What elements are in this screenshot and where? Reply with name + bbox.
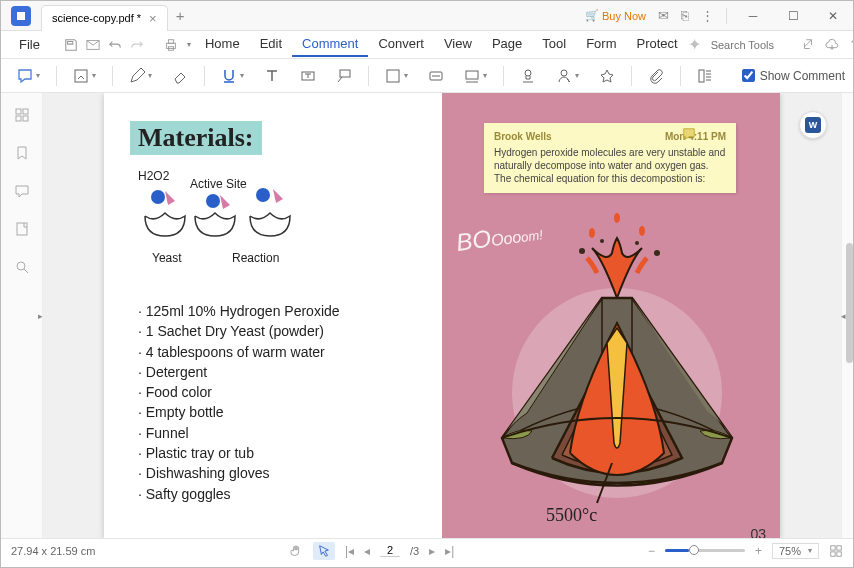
menu-tool[interactable]: Tool bbox=[532, 32, 576, 57]
material-item: 4 tablespoons of warm water bbox=[138, 342, 426, 362]
zoom-level-dropdown[interactable]: 75% ▾ bbox=[772, 543, 819, 559]
svg-rect-16 bbox=[23, 116, 28, 121]
svg-point-25 bbox=[639, 226, 645, 236]
svg-rect-15 bbox=[16, 116, 21, 121]
wand-icon[interactable]: ✦ bbox=[688, 35, 701, 54]
last-page-icon[interactable]: ▸| bbox=[445, 544, 454, 558]
svg-point-11 bbox=[561, 70, 567, 76]
underline-tool[interactable]: ▾ bbox=[213, 63, 252, 89]
mail-icon[interactable] bbox=[86, 38, 100, 52]
collapse-ribbon-icon[interactable]: ⌃ bbox=[849, 38, 854, 51]
svg-rect-13 bbox=[16, 109, 21, 114]
cloud-icon[interactable] bbox=[825, 38, 839, 52]
buy-now-link[interactable]: 🛒 Buy Now bbox=[585, 9, 646, 22]
stamp2-tool[interactable] bbox=[591, 63, 623, 89]
bookmarks-icon[interactable] bbox=[14, 145, 30, 161]
titlebar: science-copy.pdf * × + 🛒 Buy Now ✉ ⎘ ⋮ ─… bbox=[1, 1, 853, 31]
stamp-approved-tool[interactable] bbox=[420, 63, 452, 89]
print-dropdown-icon[interactable]: ▾ bbox=[187, 40, 191, 49]
sidebar-left: ▸ bbox=[1, 93, 43, 538]
material-item: 125ml 10% Hydrogen Peroxide bbox=[138, 301, 426, 321]
document-area[interactable]: W Materials: H2O2 Active Site Yeast Reac… bbox=[43, 93, 841, 538]
attachment-tool[interactable] bbox=[640, 63, 672, 89]
menu-form[interactable]: Form bbox=[576, 32, 626, 57]
search-side-icon[interactable] bbox=[14, 259, 30, 275]
undo-icon[interactable] bbox=[108, 38, 122, 52]
minimize-button[interactable]: ─ bbox=[739, 2, 767, 30]
new-tab-button[interactable]: + bbox=[176, 7, 185, 24]
svg-point-26 bbox=[579, 248, 585, 254]
separator bbox=[726, 8, 727, 24]
callout-tool[interactable] bbox=[328, 63, 360, 89]
note-author: Brook Wells bbox=[494, 131, 552, 142]
zoom-slider[interactable] bbox=[665, 549, 745, 552]
menu-page[interactable]: Page bbox=[482, 32, 532, 57]
svg-point-28 bbox=[600, 239, 604, 243]
first-page-icon[interactable]: |◂ bbox=[345, 544, 354, 558]
print-icon[interactable] bbox=[158, 38, 184, 52]
svg-point-19 bbox=[151, 190, 165, 204]
quick-access-toolbar bbox=[64, 38, 144, 52]
hand-tool-icon[interactable] bbox=[289, 544, 303, 558]
stamp-tool[interactable] bbox=[512, 63, 544, 89]
word-icon: W bbox=[805, 117, 821, 133]
file-menu[interactable]: File bbox=[9, 33, 50, 56]
shape-tool[interactable]: ▾ bbox=[377, 63, 416, 89]
maximize-button[interactable]: ☐ bbox=[779, 2, 807, 30]
menu-convert[interactable]: Convert bbox=[368, 32, 434, 57]
app-icon bbox=[11, 6, 31, 26]
material-item: Food color bbox=[138, 382, 426, 402]
document-tab[interactable]: science-copy.pdf * × bbox=[41, 5, 168, 31]
zoom-slider-thumb[interactable] bbox=[689, 545, 699, 555]
show-comment-checkbox[interactable] bbox=[742, 69, 755, 82]
signature-tool[interactable]: ▾ bbox=[548, 63, 587, 89]
note-tool[interactable]: ▾ bbox=[9, 63, 48, 89]
close-window-button[interactable]: ✕ bbox=[819, 2, 847, 30]
svg-rect-9 bbox=[466, 71, 478, 79]
menu-dots-icon[interactable]: ⋮ bbox=[701, 8, 714, 23]
area-highlight-tool[interactable]: ▾ bbox=[456, 63, 495, 89]
show-comment-toggle[interactable]: Show Comment bbox=[742, 69, 845, 83]
select-tool-icon[interactable] bbox=[313, 542, 335, 560]
textbox-tool[interactable] bbox=[292, 63, 324, 89]
svg-point-27 bbox=[654, 250, 660, 256]
materials-heading: Materials: bbox=[130, 121, 262, 155]
notification-icon[interactable]: ✉ bbox=[658, 8, 669, 23]
redo-icon[interactable] bbox=[130, 38, 144, 52]
share-icon[interactable] bbox=[801, 38, 815, 52]
search-tools-input[interactable] bbox=[711, 39, 791, 51]
next-page-icon[interactable]: ▸ bbox=[429, 544, 435, 558]
thumbnails-icon[interactable] bbox=[14, 107, 30, 123]
menu-edit[interactable]: Edit bbox=[250, 32, 292, 57]
prev-page-icon[interactable]: ◂ bbox=[364, 544, 370, 558]
statusbar: 27.94 x 21.59 cm |◂ ◂ /3 ▸ ▸| − + 75% ▾ bbox=[1, 538, 853, 562]
word-export-button[interactable]: W bbox=[799, 111, 827, 139]
zoom-in-icon[interactable]: + bbox=[755, 544, 762, 558]
svg-point-24 bbox=[614, 213, 620, 223]
scrollbar-thumb[interactable] bbox=[846, 243, 853, 363]
menu-protect[interactable]: Protect bbox=[626, 32, 687, 57]
sticky-note[interactable]: Brook Wells Mon 4:11 PM Hydrogen peroxid… bbox=[484, 123, 736, 193]
select-tool[interactable]: ▾ bbox=[65, 63, 104, 89]
text-tool[interactable] bbox=[256, 63, 288, 89]
fit-page-icon[interactable] bbox=[829, 544, 843, 558]
save-icon[interactable] bbox=[64, 38, 78, 52]
material-item: Funnel bbox=[138, 423, 426, 443]
svg-rect-33 bbox=[837, 551, 841, 555]
comments-panel-tool[interactable] bbox=[689, 63, 721, 89]
comments-icon[interactable] bbox=[14, 183, 30, 199]
menu-comment[interactable]: Comment bbox=[292, 32, 368, 57]
svg-point-10 bbox=[525, 70, 531, 76]
page-number-input[interactable] bbox=[380, 544, 400, 557]
help-icon[interactable]: ⎘ bbox=[681, 8, 689, 23]
zoom-out-icon[interactable]: − bbox=[648, 544, 655, 558]
svg-rect-31 bbox=[837, 545, 841, 549]
eraser-tool[interactable] bbox=[164, 63, 196, 89]
attachments-side-icon[interactable] bbox=[14, 221, 30, 237]
menu-home[interactable]: Home bbox=[195, 32, 250, 57]
svg-rect-12 bbox=[699, 70, 704, 82]
tab-close-icon[interactable]: × bbox=[149, 11, 157, 26]
menu-view[interactable]: View bbox=[434, 32, 482, 57]
pencil-tool[interactable]: ▾ bbox=[121, 63, 160, 89]
svg-rect-17 bbox=[17, 223, 27, 235]
